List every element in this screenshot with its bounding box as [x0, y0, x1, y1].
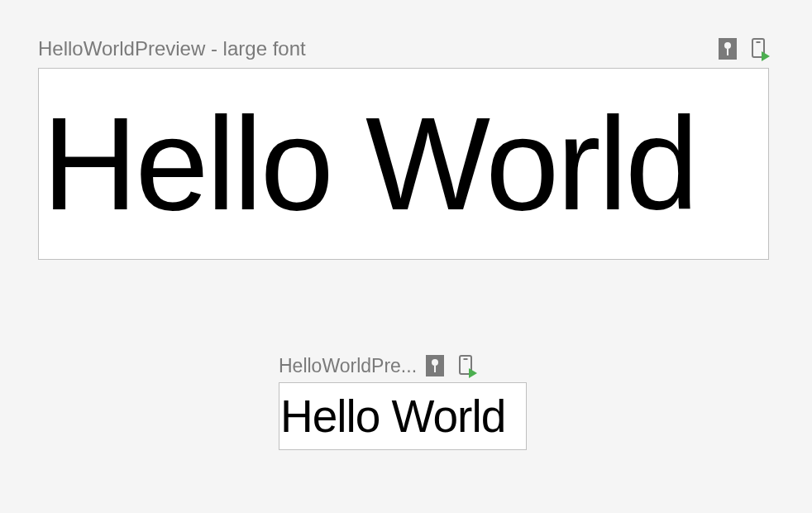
preview-title-small: HelloWorldPre... — [279, 355, 417, 377]
interactive-mode-button[interactable] — [718, 37, 738, 60]
preview-header-large: HelloWorldPreview - large font — [38, 36, 769, 61]
preview-canvas-small[interactable]: Hello World — [279, 382, 527, 450]
preview-actions-small — [425, 354, 476, 377]
deploy-to-device-button[interactable] — [749, 37, 769, 60]
preview-title-large: HelloWorldPreview - large font — [38, 37, 705, 60]
device-play-icon — [752, 38, 767, 60]
preview-actions-large — [718, 37, 769, 60]
preview-small: HelloWorldPre... Hello World — [279, 354, 527, 450]
device-play-icon — [459, 355, 474, 376]
deploy-to-device-button[interactable] — [456, 354, 476, 377]
preview-content-small: Hello World — [280, 394, 505, 439]
preview-header-small: HelloWorldPre... — [279, 354, 527, 377]
hand-cursor-icon — [719, 38, 737, 60]
hand-cursor-icon — [426, 355, 444, 376]
interactive-mode-button[interactable] — [425, 354, 445, 377]
preview-canvas-large[interactable]: Hello World — [38, 68, 769, 260]
preview-large: HelloWorldPreview - large font Hello Wor… — [38, 36, 769, 260]
preview-content-large: Hello World — [42, 98, 696, 230]
